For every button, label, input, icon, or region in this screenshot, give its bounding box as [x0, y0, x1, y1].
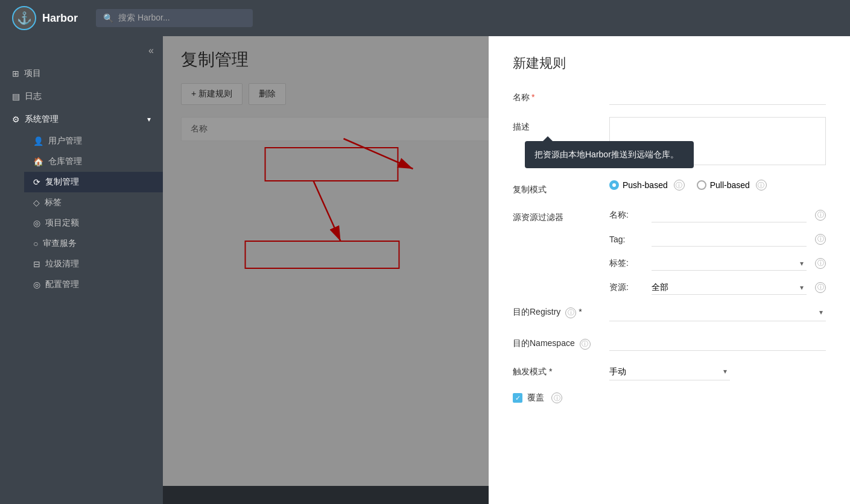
chevron-down-icon: ▾ — [147, 115, 151, 124]
sidebar-item-label: 审查服务 — [43, 238, 77, 249]
sidebar-item-label: 系统管理 — [25, 114, 59, 125]
projects-icon: ⊞ — [12, 69, 19, 78]
override-row: 覆盖 ⓘ — [513, 392, 826, 403]
pull-based-radio[interactable] — [697, 180, 706, 190]
sidebar-item-label: 配置管理 — [45, 279, 79, 290]
override-info-icon[interactable]: ⓘ — [551, 392, 562, 403]
resource-filter-row: 资源: 全部 ▾ ⓘ — [609, 280, 826, 295]
logo: ⚓ Harbor — [12, 6, 78, 30]
sidebar-item-label: 垃圾清理 — [45, 259, 79, 269]
name-filter-input[interactable] — [652, 207, 807, 222]
sidebar-submenu: 👤 用户管理 🏠 仓库管理 ⟳ 复制管理 ◇ 标签 ◎ 项目定额 ○ 审查服务 — [0, 131, 163, 295]
sidebar-item-audit-service[interactable]: ○ 审查服务 — [24, 233, 163, 254]
target-registry-info-icon[interactable]: ⓘ — [565, 307, 576, 318]
target-registry-select[interactable] — [609, 304, 826, 321]
search-bar[interactable]: 🔍 搜索 Harbor... — [96, 9, 253, 27]
name-filter-row: 名称: ⓘ — [609, 207, 826, 222]
description-tooltip: 把资源由本地Harbor推送到远端仓库。 — [525, 141, 694, 168]
user-icon: 👤 — [33, 136, 43, 146]
replication-mode-label: 复制模式 — [513, 180, 609, 195]
audit-icon: ○ — [33, 239, 38, 248]
tags-icon: ◇ — [33, 198, 40, 207]
tag-filter-info-icon[interactable]: ⓘ — [815, 234, 826, 245]
target-registry-label: 目的Registry ⓘ * — [513, 307, 609, 318]
tag-filter-label: Tag: — [609, 235, 645, 244]
resource-filter-info-icon[interactable]: ⓘ — [815, 282, 826, 293]
trigger-mode-label: 触发模式 * — [513, 367, 609, 377]
collapse-icon: « — [148, 45, 154, 56]
replication-icon: ⟳ — [33, 177, 40, 187]
target-namespace-info-icon[interactable]: ⓘ — [580, 339, 591, 350]
name-input[interactable] — [609, 87, 826, 105]
sidebar-item-label: 仓库管理 — [48, 156, 82, 167]
sidebar-item-replication-management[interactable]: ⟳ 复制管理 — [24, 172, 163, 192]
warehouse-icon: 🏠 — [33, 157, 43, 166]
sidebar-item-config-management[interactable]: ◎ 配置管理 — [24, 274, 163, 295]
sidebar-item-label: 复制管理 — [45, 177, 79, 187]
target-registry-select-wrapper: ▾ — [609, 304, 826, 321]
push-based-label: Push-based — [623, 180, 668, 190]
label-filter-info-icon[interactable]: ⓘ — [815, 258, 826, 269]
search-placeholder: 搜索 Harbor... — [118, 13, 170, 24]
push-based-option[interactable]: Push-based ⓘ — [609, 180, 685, 191]
sidebar-item-label: 项目 — [24, 68, 41, 79]
sidebar-item-label: 标签 — [45, 197, 62, 208]
sidebar: « ⊞ 项目 ▤ 日志 ⚙ 系统管理 ▾ 👤 用户管理 🏠 仓库管理 ⟳ — [0, 36, 163, 504]
target-namespace-label: 目的Namespace ⓘ — [513, 333, 609, 350]
topbar: ⚓ Harbor 🔍 搜索 Harbor... — [0, 0, 850, 36]
tag-filter-row: Tag: ⓘ — [609, 232, 826, 247]
sidebar-item-garbage-cleanup[interactable]: ⊟ 垃圾清理 — [24, 254, 163, 274]
sidebar-item-warehouse-management[interactable]: 🏠 仓库管理 — [24, 151, 163, 172]
description-field-row: 描述 把资源由本地Harbor推送到远端仓库。 — [513, 117, 826, 168]
config-icon: ◎ — [33, 280, 40, 289]
trigger-mode-row: 触发模式 * 手动 ▾ — [513, 363, 826, 380]
sidebar-item-projects[interactable]: ⊞ 项目 — [0, 62, 163, 85]
override-label: 覆盖 — [527, 392, 544, 403]
name-label: 名称* — [513, 87, 609, 103]
target-namespace-row: 目的Namespace ⓘ — [513, 333, 826, 351]
logo-text: Harbor — [42, 12, 78, 25]
name-filter-label: 名称: — [609, 210, 645, 221]
name-filter-info-icon[interactable]: ⓘ — [815, 210, 826, 221]
resource-filter-select-wrapper: 全部 ▾ — [652, 280, 807, 295]
main-layout: « ⊞ 项目 ▤ 日志 ⚙ 系统管理 ▾ 👤 用户管理 🏠 仓库管理 ⟳ — [0, 36, 850, 504]
content-area: 复制管理 + 新建规则 删除 名称 新建规则 — [163, 36, 850, 504]
label-filter-select[interactable] — [652, 256, 807, 271]
tag-filter-input[interactable] — [652, 232, 807, 247]
label-filter-label: 标签: — [609, 258, 645, 269]
resource-filter-select[interactable]: 全部 — [652, 280, 807, 295]
dialog-title: 新建规则 — [513, 54, 826, 72]
name-field-row: 名称* — [513, 87, 826, 105]
sidebar-item-project-quota[interactable]: ◎ 项目定额 — [24, 213, 163, 233]
override-checkbox[interactable] — [513, 393, 522, 403]
pull-based-option[interactable]: Pull-based ⓘ — [697, 180, 767, 191]
trigger-mode-select[interactable]: 手动 — [609, 363, 730, 380]
sidebar-item-label: 日志 — [25, 91, 42, 102]
target-namespace-input[interactable] — [609, 333, 826, 351]
source-filter-label: 源资源过滤器 — [513, 207, 609, 223]
push-based-radio[interactable] — [609, 180, 619, 190]
target-namespace-input-wrapper — [609, 333, 826, 351]
replication-mode-row: 复制模式 Push-based ⓘ Pull-based ⓘ — [513, 180, 826, 195]
sidebar-item-tags[interactable]: ◇ 标签 — [24, 192, 163, 213]
description-input-wrapper: 把资源由本地Harbor推送到远端仓库。 — [609, 117, 826, 168]
sidebar-item-user-management[interactable]: 👤 用户管理 — [24, 131, 163, 151]
push-based-info-icon[interactable]: ⓘ — [674, 180, 685, 191]
name-input-wrapper — [609, 87, 826, 105]
sidebar-item-label: 项目定额 — [45, 218, 79, 228]
trigger-mode-select-wrapper: 手动 ▾ — [609, 363, 730, 380]
sidebar-collapse-button[interactable]: « — [0, 42, 163, 62]
sidebar-item-logs[interactable]: ▤ 日志 — [0, 85, 163, 108]
resource-filter-label: 资源: — [609, 282, 645, 293]
sidebar-item-system-admin[interactable]: ⚙ 系统管理 ▾ — [0, 108, 163, 131]
logs-icon: ▤ — [12, 92, 20, 101]
garbage-icon: ⊟ — [33, 259, 40, 269]
pull-based-label: Pull-based — [710, 180, 750, 190]
pull-based-info-icon[interactable]: ⓘ — [756, 180, 767, 191]
logo-icon: ⚓ — [12, 6, 36, 30]
filter-fields: 名称: ⓘ Tag: ⓘ 标签: — [609, 207, 826, 304]
description-label: 描述 — [513, 117, 609, 133]
target-registry-chevron-icon: ▾ — [819, 308, 823, 317]
replication-mode-options: Push-based ⓘ Pull-based ⓘ — [609, 180, 826, 191]
search-icon: 🔍 — [103, 13, 113, 23]
